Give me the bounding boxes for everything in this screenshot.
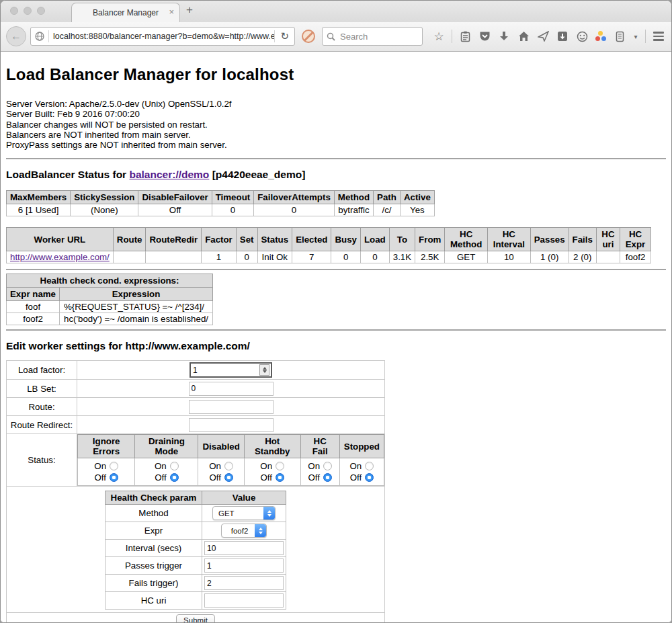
table-cell: (None) <box>71 204 138 216</box>
bookmark-star-icon[interactable]: ☆ <box>432 30 446 43</box>
off-label: Off <box>308 472 320 483</box>
table-cell: 0 <box>254 204 335 216</box>
status-label: Status: <box>7 434 77 487</box>
route-redirect-input[interactable] <box>189 418 274 432</box>
pocket-icon[interactable] <box>478 30 491 43</box>
expr-select[interactable]: foof2 <box>221 524 267 538</box>
ignore-errors-on-radio[interactable] <box>110 462 118 470</box>
server-version: Server Version: Apache/2.5.0-dev (Unix) … <box>6 99 666 109</box>
lb-set-input[interactable] <box>189 382 274 396</box>
chevron-down-icon[interactable]: ▾ <box>632 30 639 43</box>
table-row: 6 [1 Used] (None) Off 0 0 bytraffic /c/ … <box>7 204 435 216</box>
close-window-button[interactable] <box>10 7 18 15</box>
page-content: Load Balancer Manager for localhost Serv… <box>1 65 671 623</box>
hc-fail-on-radio[interactable] <box>323 462 332 470</box>
column-header: From <box>415 228 445 251</box>
route-input[interactable] <box>189 400 274 414</box>
interval-input[interactable] <box>204 541 284 555</box>
load-factor-label: Load factor: <box>7 361 77 380</box>
balancer-demo-link[interactable]: balancer://demo <box>129 169 209 180</box>
off-label: Off <box>350 472 362 483</box>
stopped-off-radio[interactable] <box>365 473 374 482</box>
device-battery-icon[interactable] <box>613 30 626 43</box>
health-check-expressions-table: Health check cond. expressions: Expr nam… <box>6 274 213 325</box>
column-header: Load <box>360 228 389 251</box>
send-page-icon[interactable] <box>536 30 550 43</box>
server-info: Server Version: Apache/2.5.0-dev (Unix) … <box>6 99 666 150</box>
off-label: Off <box>209 472 221 483</box>
tab-title: Balancer Manager <box>93 8 159 17</box>
hc-uri-input[interactable] <box>204 593 284 608</box>
notice-persist: Balancer changes will NOT be persisted o… <box>6 120 666 130</box>
search-bar[interactable] <box>322 27 423 46</box>
worker-url-link[interactable]: http://www.example.com/ <box>10 252 110 262</box>
page-title: Load Balancer Manager for localhost <box>6 65 666 84</box>
method-select-value: GET <box>213 509 263 517</box>
stopped-on-radio[interactable] <box>365 462 374 470</box>
column-header: Expr name <box>7 288 60 301</box>
hot-standby-off-radio[interactable] <box>276 473 284 482</box>
zoom-window-button[interactable] <box>37 7 45 15</box>
edit-worker-heading: Edit worker settings for http://www.exam… <box>6 340 666 352</box>
column-header: Set <box>236 228 257 251</box>
hc-fails-row: Fails trigger) <box>106 575 286 592</box>
menu-hamburger-icon[interactable] <box>652 30 665 43</box>
url-bar[interactable]: localhost:8880/balancer-manager?b=demo&w… <box>30 27 295 46</box>
on-label: On <box>308 461 320 471</box>
hc-expr-row: Expr foof2 <box>106 522 286 540</box>
site-identity-globe-icon[interactable] <box>31 32 48 41</box>
minimize-window-button[interactable] <box>24 7 32 15</box>
reload-icon[interactable]: ↻ <box>275 30 294 42</box>
hc-fail-off-radio[interactable] <box>323 473 332 482</box>
downloads-icon[interactable] <box>497 30 511 43</box>
tab-balancer-manager[interactable]: Balancer Manager × <box>71 3 180 22</box>
new-tab-button[interactable]: + <box>186 3 193 17</box>
hot-standby-on-radio[interactable] <box>276 462 284 470</box>
draining-mode-off-radio[interactable] <box>170 473 179 482</box>
column-header: DisableFailover <box>138 191 212 204</box>
load-factor-input[interactable] <box>191 366 259 375</box>
off-label: Off <box>94 472 106 483</box>
column-header: Fails <box>569 228 596 251</box>
table-cell: Init Ok <box>257 251 292 263</box>
divider <box>6 158 666 159</box>
column-header: StickySession <box>71 191 138 204</box>
ignore-errors-off-radio[interactable] <box>110 473 118 482</box>
fails-input[interactable] <box>204 576 284 590</box>
table-cell: Off <box>138 204 212 216</box>
expression-cell: hc('body') =~ /domain is established/ <box>60 313 213 325</box>
column-header: HC Interval <box>488 228 531 251</box>
column-header: HC Expr <box>620 228 650 251</box>
colored-dots-extension-icon[interactable] <box>595 30 607 42</box>
draining-mode-on-radio[interactable] <box>170 462 179 470</box>
status-toggle-table: Ignore Errors Draining Mode Disabled Hot… <box>77 434 384 486</box>
hc-uri-label: HC uri <box>106 592 202 610</box>
number-stepper[interactable] <box>259 364 269 376</box>
column-header: Worker URL <box>7 228 114 251</box>
column-header: Value <box>202 491 286 505</box>
disabled-off-radio[interactable] <box>224 473 233 482</box>
hc-interval-row: Interval (secs) <box>106 540 286 557</box>
select-arrows-icon <box>255 524 266 537</box>
disabled-on-radio[interactable] <box>224 462 233 470</box>
method-select[interactable]: GET <box>212 506 276 520</box>
table-cell: /c/ <box>374 204 401 216</box>
passes-input[interactable] <box>204 558 284 573</box>
edit-worker-form: Load factor: LB Set: Route: Route Redire… <box>6 360 385 623</box>
table-cell: 0 <box>331 251 361 263</box>
column-header: Expression <box>60 288 213 301</box>
url-text[interactable]: localhost:8880/balancer-manager?b=demo&w… <box>49 32 274 41</box>
clipboard-icon[interactable] <box>458 30 472 43</box>
on-label: On <box>209 461 221 471</box>
table-cell <box>113 251 146 263</box>
close-tab-icon[interactable]: × <box>169 7 174 17</box>
feedback-smiley-icon[interactable] <box>575 30 589 43</box>
content-blocked-icon[interactable] <box>302 30 315 43</box>
table-cell: 10 <box>488 251 531 263</box>
hc-uri-row: HC uri <box>106 592 286 610</box>
home-icon[interactable] <box>517 30 530 43</box>
back-button[interactable]: ← <box>6 26 26 46</box>
search-input[interactable] <box>339 31 402 42</box>
save-to-device-icon[interactable] <box>556 30 569 43</box>
submit-button[interactable]: Submit <box>176 614 215 623</box>
